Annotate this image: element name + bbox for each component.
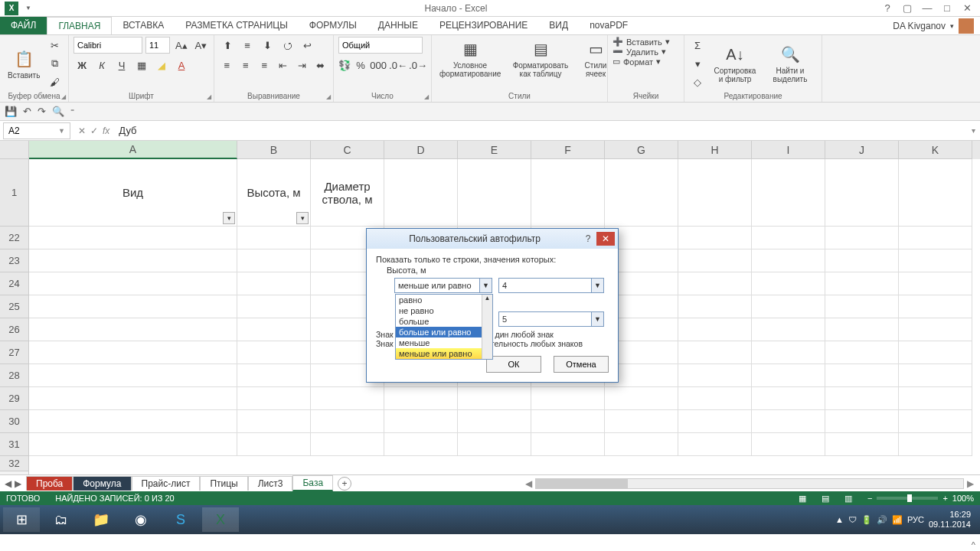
cell[interactable] [899,387,972,410]
format-cells-button[interactable]: ▭ Формат ▾ [612,57,679,67]
cell[interactable] [678,341,752,364]
sheet-nav-next[interactable]: ▶ [15,478,21,489]
font-size-select[interactable] [145,37,170,54]
cell[interactable] [458,159,531,227]
cell[interactable] [825,249,899,272]
cell-a1[interactable]: Вид▾ [29,159,237,227]
fx-button[interactable]: fx [103,126,109,136]
cell[interactable] [752,272,825,295]
autosum-button[interactable]: Σ [689,37,706,54]
tray-icon[interactable]: 🔋 [861,515,872,525]
tray-lang[interactable]: РУС [907,515,924,524]
cell[interactable] [29,433,237,456]
cell[interactable] [237,249,311,272]
cell[interactable] [825,387,899,410]
paste-button[interactable]: 📋 Вставить [5,47,43,81]
maximize-button[interactable]: □ [940,2,954,14]
sheet-tab[interactable]: Формула [73,476,131,491]
qat-customize[interactable]: ⁼ [70,107,74,116]
cell[interactable] [752,249,825,272]
cell[interactable] [237,295,311,318]
select-all-corner[interactable] [0,141,28,159]
col-header-j[interactable]: J [825,141,899,159]
merge-button[interactable]: ⬌ [313,57,329,73]
cell[interactable] [605,410,678,433]
user-account[interactable]: DA Kivganov▾ [887,17,980,34]
cell[interactable] [752,295,825,318]
sheet-tab[interactable]: Птицы [200,476,247,491]
cell[interactable] [678,387,752,410]
indent-increase-button[interactable]: ⇥ [294,57,310,73]
view-page-break-button[interactable]: ▥ [844,494,852,504]
align-middle-button[interactable]: ≡ [239,37,256,54]
cell[interactable] [752,410,825,433]
minimize-button[interactable]: — [920,2,934,14]
close-button[interactable]: ✕ [960,2,974,14]
fill-button[interactable]: ▾ [689,55,706,72]
cell[interactable] [899,227,972,249]
increase-decimal-button[interactable]: .0← [390,57,407,73]
row-header[interactable]: 24 [0,272,28,295]
tray-icon[interactable]: 📶 [892,515,903,525]
col-header-b[interactable]: B [237,141,311,159]
increase-font-button[interactable]: A▴ [173,37,190,54]
cell[interactable] [678,159,752,227]
cell[interactable] [458,387,531,410]
filter-button-a[interactable]: ▾ [223,212,235,224]
cell[interactable] [899,295,972,318]
align-top-button[interactable]: ⬆ [219,37,236,54]
horizontal-scrollbar[interactable] [535,478,964,489]
col-header-h[interactable]: H [678,141,752,159]
tray-icon[interactable]: ▲ [835,515,844,524]
bold-button[interactable]: Ж [74,57,90,73]
font-dialog-launcher[interactable]: ◢ [207,93,211,100]
redo-button[interactable]: ↷ [38,106,46,117]
cell[interactable] [825,295,899,318]
decrease-font-button[interactable]: A▾ [193,37,210,54]
taskbar-excel[interactable]: X [202,507,239,532]
filter-button-b[interactable]: ▾ [296,212,309,224]
row-header[interactable]: 26 [0,318,28,341]
print-preview-button[interactable]: 🔍 [52,106,64,117]
tab-formulas[interactable]: ФОРМУЛЫ [299,17,368,34]
cell[interactable] [899,433,972,456]
cell[interactable] [237,318,311,341]
row-header[interactable]: 31 [0,433,28,456]
sheet-tab[interactable]: Лист3 [248,476,293,491]
cell[interactable] [752,318,825,341]
qat-menu-caret[interactable]: ▼ [25,5,31,11]
cell[interactable] [237,410,311,433]
cell[interactable] [605,433,678,456]
cell[interactable] [825,272,899,295]
cell[interactable] [29,341,237,364]
cell[interactable] [752,364,825,387]
value-input-2[interactable]: 5▼ [498,311,604,327]
underline-button[interactable]: Ч [113,57,130,73]
cancel-edit-button[interactable]: ✕ [78,126,86,136]
align-center-button[interactable]: ≡ [238,57,254,73]
number-dialog-launcher[interactable]: ◢ [424,93,429,100]
cell-c1[interactable]: Диаметр ствола, м [311,159,384,227]
cell[interactable] [752,387,825,410]
save-button[interactable]: 💾 [5,106,17,117]
cell[interactable] [237,227,311,249]
cell[interactable] [825,341,899,364]
cell[interactable] [899,318,972,341]
col-header-f[interactable]: F [531,141,605,159]
cell[interactable] [311,410,384,433]
collapse-ribbon-button[interactable]: ^ [972,540,975,549]
conditional-format-button[interactable]: ▦Условное форматирование [436,37,504,80]
row-header[interactable]: 28 [0,364,28,387]
formula-input[interactable]: Дуб [114,125,967,136]
view-normal-button[interactable]: ▦ [799,494,806,504]
sheet-nav-prev[interactable]: ◀ [5,478,11,489]
view-page-layout-button[interactable]: ▤ [822,494,829,504]
cell[interactable] [825,227,899,249]
cell[interactable] [678,433,752,456]
cell[interactable] [678,364,752,387]
cell[interactable] [531,387,605,410]
cell[interactable] [384,433,458,456]
col-header-e[interactable]: E [458,141,531,159]
tray-icon[interactable]: 🔊 [877,515,887,525]
dropdown-option[interactable]: меньше [396,337,492,348]
